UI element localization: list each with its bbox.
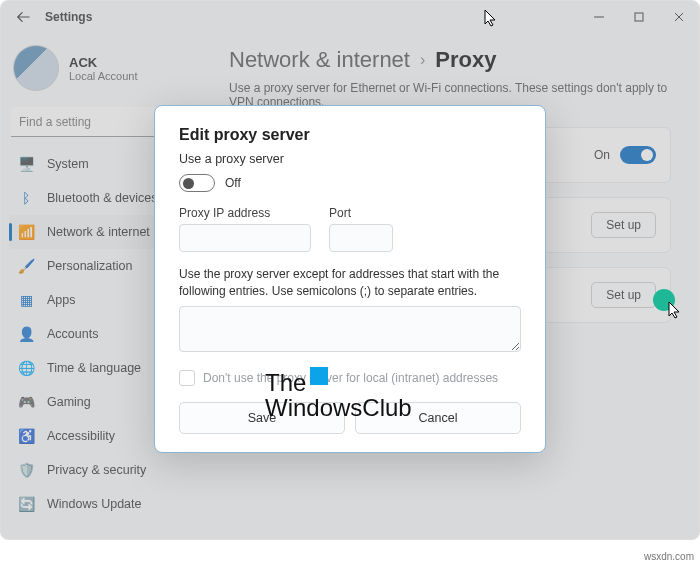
cancel-button[interactable]: Cancel bbox=[355, 402, 521, 434]
edit-proxy-dialog: Edit proxy server Use a proxy server Off… bbox=[154, 105, 546, 453]
exception-note: Use the proxy server except for addresse… bbox=[179, 266, 521, 300]
use-proxy-label: Use a proxy server bbox=[179, 152, 521, 166]
local-addresses-label: Don't use the proxy server for local (in… bbox=[203, 371, 498, 385]
save-button[interactable]: Save bbox=[179, 402, 345, 434]
port-label: Port bbox=[329, 206, 393, 220]
proxy-port-input[interactable] bbox=[329, 224, 393, 252]
modal-overlay: Edit proxy server Use a proxy server Off… bbox=[1, 1, 699, 539]
local-addresses-checkbox[interactable] bbox=[179, 370, 195, 386]
dialog-title: Edit proxy server bbox=[179, 126, 521, 144]
use-proxy-toggle[interactable] bbox=[179, 174, 215, 192]
settings-window: Settings ACK Local Account 🖥️System ᛒBlu… bbox=[0, 0, 700, 540]
ip-label: Proxy IP address bbox=[179, 206, 311, 220]
exception-input[interactable] bbox=[179, 306, 521, 352]
proxy-ip-input[interactable] bbox=[179, 224, 311, 252]
toggle-state-label: Off bbox=[225, 176, 241, 190]
source-url: wsxdn.com bbox=[644, 551, 694, 562]
